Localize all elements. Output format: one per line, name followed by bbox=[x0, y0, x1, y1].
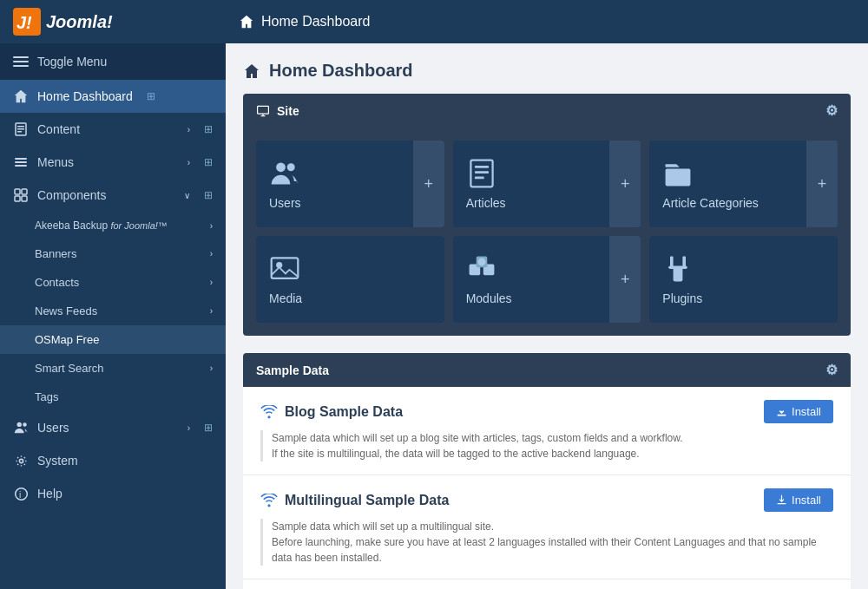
sample-data-header: Sample Data ⚙ bbox=[243, 353, 851, 387]
users-grid-icon: ⊞ bbox=[204, 422, 213, 434]
sidebar-item-home-dashboard[interactable]: Home Dashboard ⊞ bbox=[0, 80, 226, 113]
svg-point-34 bbox=[477, 258, 485, 265]
help-icon: i bbox=[13, 486, 29, 501]
banners-chevron: › bbox=[210, 249, 213, 259]
sample-data-panel: Sample Data ⚙ Blog Sample Data bbox=[243, 353, 851, 589]
home-sidebar-icon bbox=[13, 88, 29, 104]
menus-label: Menus bbox=[37, 155, 74, 169]
quick-icon-modules-main[interactable]: Modules bbox=[453, 236, 610, 323]
quick-icon-modules[interactable]: Modules + bbox=[453, 236, 641, 323]
blog-sample-title-row: Blog Sample Data Install bbox=[260, 400, 833, 423]
sidebar-item-banners[interactable]: Banners › bbox=[0, 239, 226, 268]
sidebar-item-toggle-menu[interactable]: Toggle Menu bbox=[0, 43, 226, 80]
multilingual-sample-desc: Sample data which will set up a multilin… bbox=[260, 519, 833, 566]
multilingual-install-button[interactable]: Install bbox=[764, 488, 833, 512]
quick-icon-users-main[interactable]: Users bbox=[256, 141, 413, 227]
quick-icon-articles-main[interactable]: Articles bbox=[453, 141, 610, 227]
svg-rect-3 bbox=[13, 61, 29, 62]
svg-rect-38 bbox=[669, 265, 688, 269]
quick-icon-plugins-main[interactable]: Plugins bbox=[649, 236, 838, 323]
svg-rect-13 bbox=[22, 189, 27, 194]
sidebar-item-system[interactable]: System bbox=[0, 444, 226, 477]
manage-row: Manage bbox=[243, 579, 851, 589]
site-panel-body: Users + bbox=[243, 128, 851, 336]
sidebar-item-users[interactable]: Users › ⊞ bbox=[0, 411, 226, 444]
svg-rect-7 bbox=[17, 128, 24, 130]
svg-rect-4 bbox=[13, 65, 29, 67]
page-header: Home Dashboard bbox=[243, 61, 851, 94]
blog-sample-name-text: Blog Sample Data bbox=[285, 404, 403, 420]
site-panel-header: Site ⚙ bbox=[243, 94, 851, 128]
menus-icon bbox=[13, 154, 29, 170]
wifi-icon-multilingual bbox=[260, 494, 278, 507]
quick-icon-media[interactable]: Media bbox=[256, 236, 444, 323]
svg-point-22 bbox=[276, 162, 286, 172]
sidebar-item-akeeba[interactable]: Akeeba Backup for Joomla!™ › bbox=[0, 212, 226, 239]
media-icon-label: Media bbox=[269, 291, 302, 305]
page-title-topbar: Home Dashboard bbox=[261, 14, 370, 29]
categories-add-button[interactable]: + bbox=[806, 141, 838, 227]
contacts-label: Contacts bbox=[35, 276, 79, 289]
akeeba-chevron: › bbox=[210, 221, 213, 231]
sample-data-title: Sample Data bbox=[256, 363, 329, 377]
svg-point-16 bbox=[17, 422, 22, 427]
modules-add-button[interactable]: + bbox=[609, 236, 641, 323]
svg-rect-26 bbox=[475, 171, 489, 173]
main-content: Home Dashboard Site ⚙ bbox=[226, 43, 868, 589]
categories-icon-label: Article Categories bbox=[662, 196, 759, 210]
svg-rect-8 bbox=[17, 131, 22, 133]
joomla-logo[interactable]: J! Joomla! bbox=[13, 8, 113, 36]
quick-icon-categories-main[interactable]: Article Categories bbox=[649, 141, 806, 227]
multilingual-sample-item: Multilingual Sample Data Install bbox=[243, 475, 851, 579]
articles-large-icon bbox=[466, 158, 497, 189]
users-chevron: › bbox=[187, 423, 190, 433]
articles-add-button[interactable]: + bbox=[609, 141, 641, 227]
quick-icon-plugins[interactable]: Plugins bbox=[649, 236, 838, 323]
sample-data-gear-icon[interactable]: ⚙ bbox=[825, 362, 838, 378]
page-home-icon bbox=[243, 62, 260, 80]
svg-point-23 bbox=[287, 163, 295, 171]
site-panel-title: Site bbox=[256, 104, 299, 118]
blog-sample-desc: Sample data which will set up a blog sit… bbox=[260, 430, 833, 461]
blog-sample-item: Blog Sample Data Install Sa bbox=[243, 387, 851, 475]
top-bar: J! Joomla! Home Dashboard bbox=[0, 0, 868, 43]
quick-icon-articles[interactable]: Articles + bbox=[453, 141, 641, 227]
sidebar-item-smart-search[interactable]: Smart Search › bbox=[0, 354, 226, 383]
multilingual-sample-name: Multilingual Sample Data bbox=[260, 493, 449, 508]
modules-large-icon bbox=[466, 253, 497, 285]
sidebar-item-news-feeds[interactable]: News Feeds › bbox=[0, 297, 226, 325]
sidebar-item-content[interactable]: Content › ⊞ bbox=[0, 113, 226, 146]
sidebar-item-components[interactable]: Components ∨ ⊞ bbox=[0, 179, 226, 212]
content-grid-icon: ⊞ bbox=[204, 123, 213, 135]
smart-search-chevron: › bbox=[210, 363, 213, 373]
svg-rect-28 bbox=[666, 169, 691, 187]
site-panel-gear-icon[interactable]: ⚙ bbox=[825, 102, 838, 119]
svg-rect-11 bbox=[15, 165, 27, 167]
users-add-button[interactable]: + bbox=[413, 141, 444, 227]
quick-icon-article-categories[interactable]: Article Categories + bbox=[649, 141, 838, 227]
users-large-icon bbox=[269, 158, 300, 189]
svg-rect-9 bbox=[15, 158, 27, 160]
users-label: Users bbox=[37, 421, 69, 435]
quick-icons-grid: Users + bbox=[256, 141, 838, 323]
sidebar-item-menus[interactable]: Menus › ⊞ bbox=[0, 146, 226, 179]
svg-point-19 bbox=[15, 488, 27, 500]
system-icon bbox=[13, 453, 29, 468]
svg-point-18 bbox=[19, 459, 23, 462]
multilingual-sample-title-row: Multilingual Sample Data Install bbox=[260, 488, 833, 512]
monitor-icon bbox=[256, 104, 270, 118]
quick-icon-users[interactable]: Users + bbox=[256, 141, 444, 227]
page-title: Home Dashboard bbox=[269, 61, 413, 81]
news-feeds-label: News Feeds bbox=[35, 304, 97, 317]
quick-icon-media-main[interactable]: Media bbox=[256, 236, 444, 323]
sidebar-item-help[interactable]: i Help bbox=[0, 477, 226, 510]
svg-rect-14 bbox=[15, 196, 20, 201]
tags-label: Tags bbox=[35, 390, 58, 403]
content-icon bbox=[13, 121, 29, 137]
svg-rect-25 bbox=[475, 166, 489, 168]
sidebar-item-osmap[interactable]: OSMap Free bbox=[0, 325, 226, 354]
blog-install-button[interactable]: Install bbox=[764, 400, 833, 423]
banners-label: Banners bbox=[35, 247, 76, 260]
sidebar-item-tags[interactable]: Tags bbox=[0, 383, 226, 411]
sidebar-item-contacts[interactable]: Contacts › bbox=[0, 268, 226, 297]
